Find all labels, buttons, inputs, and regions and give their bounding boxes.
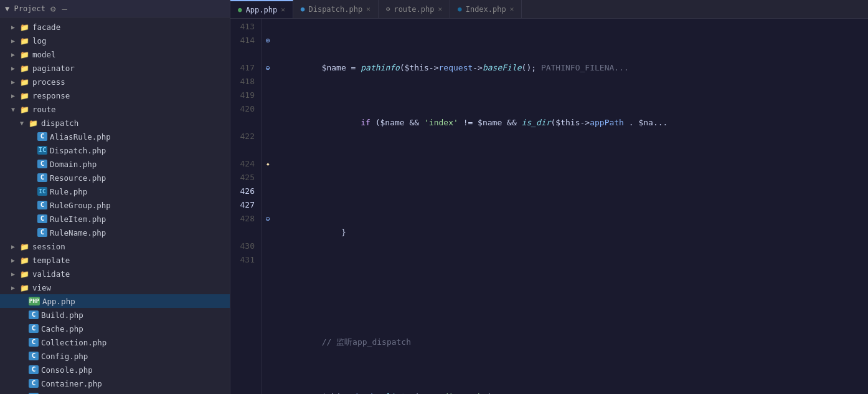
folder-icon bbox=[20, 256, 30, 264]
sidebar-collapse-icon[interactable]: — bbox=[60, 4, 68, 14]
file-icon-c: C bbox=[37, 160, 47, 168]
sidebar-item-resource[interactable]: ▶ C Resource.php bbox=[0, 171, 230, 185]
tab-close-icon[interactable]: ✕ bbox=[281, 6, 285, 14]
code-line-blank1 bbox=[280, 171, 868, 185]
code-line-419: // 监听app_dispatch bbox=[280, 335, 868, 349]
tab-close-icon[interactable]: ✕ bbox=[510, 5, 514, 13]
tab-close-icon[interactable]: ✕ bbox=[366, 5, 370, 13]
tab-route-php[interactable]: ⚙ route.php ✕ bbox=[379, 0, 450, 18]
sidebar-item-route[interactable]: ▼ route bbox=[0, 102, 230, 116]
sidebar-item-domain[interactable]: ▶ C Domain.php bbox=[0, 157, 230, 171]
folder-icon bbox=[20, 91, 30, 100]
tab-php-icon: ● bbox=[458, 5, 462, 13]
folder-icon bbox=[20, 283, 30, 292]
tab-php-icon: ● bbox=[301, 5, 305, 13]
file-icon-ic: IC bbox=[37, 146, 47, 155]
tab-label: Dispatch.php bbox=[308, 5, 362, 14]
folder-icon bbox=[20, 22, 30, 31]
code-line-420: $this->hook->listen('app_dispatch'); bbox=[280, 390, 868, 394]
folder-icon bbox=[20, 242, 30, 251]
tab-bar: ● App.php ✕ ● Dispatch.php ✕ ⚙ route.php… bbox=[230, 0, 868, 19]
sidebar: ▼ Project ⚙ — ▶ facade ▶ log ▶ model bbox=[0, 0, 230, 394]
sidebar-item-build[interactable]: ▶ C Build.php bbox=[0, 308, 230, 322]
sidebar-item-ruleitem[interactable]: ▶ C RuleItem.php bbox=[0, 212, 230, 226]
file-icon-c: C bbox=[29, 365, 39, 374]
file-icon-c: C bbox=[29, 324, 39, 333]
code-line-413: $name = pathinfo($this->request->baseFil… bbox=[280, 61, 868, 75]
sidebar-item-model[interactable]: ▶ model bbox=[0, 47, 230, 61]
code-area: 413 414 417 418 419 420 422 424 425 426 … bbox=[230, 19, 868, 394]
code-content[interactable]: $name = pathinfo($this->request->baseFil… bbox=[274, 19, 868, 394]
sidebar-item-aliasrule[interactable]: ▶ C AliasRule.php bbox=[0, 130, 230, 143]
file-icon-c: C bbox=[29, 338, 39, 347]
sidebar-item-collection[interactable]: ▶ C Collection.php bbox=[0, 335, 230, 349]
editor: ● App.php ✕ ● Dispatch.php ✕ ⚙ route.php… bbox=[230, 0, 868, 394]
file-icon-c: C bbox=[37, 173, 47, 182]
sidebar-item-dispatch-folder[interactable]: ▼ dispatch bbox=[0, 116, 230, 130]
sidebar-item-template[interactable]: ▶ template bbox=[0, 253, 230, 267]
sidebar-item-session[interactable]: ▶ session bbox=[0, 239, 230, 253]
tab-label: Index.php bbox=[466, 5, 506, 14]
tab-label: route.php bbox=[394, 5, 434, 14]
tab-label: App.php bbox=[246, 6, 278, 14]
sidebar-item-log[interactable]: ▶ log bbox=[0, 34, 230, 47]
folder-icon bbox=[20, 105, 30, 113]
tab-php-icon: ● bbox=[238, 6, 242, 14]
tab-dispatch-php[interactable]: ● Dispatch.php ✕ bbox=[293, 0, 379, 18]
file-icon-c: C bbox=[37, 201, 47, 209]
gutter: ⊕ ⊖ ⬥ ⊖ bbox=[262, 19, 274, 394]
sidebar-item-paginator[interactable]: ▶ paginator bbox=[0, 61, 230, 75]
sidebar-header: ▼ Project ⚙ — bbox=[0, 0, 230, 17]
folder-icon bbox=[29, 118, 39, 127]
tab-index-php[interactable]: ● Index.php ✕ bbox=[450, 0, 522, 18]
project-dropdown[interactable]: ▼ Project bbox=[5, 4, 45, 13]
file-icon-c: C bbox=[29, 352, 39, 360]
file-icon-ic: IC bbox=[37, 187, 47, 196]
sidebar-tree: ▶ facade ▶ log ▶ model ▶ paginator ▶ bbox=[0, 17, 230, 394]
sidebar-item-facade[interactable]: ▶ facade bbox=[0, 20, 230, 34]
file-icon-php: PHP bbox=[29, 297, 40, 305]
sidebar-item-app-php[interactable]: ▶ PHP App.php bbox=[0, 294, 230, 308]
file-icon-c: C bbox=[37, 132, 47, 141]
tab-close-icon[interactable]: ✕ bbox=[438, 5, 442, 13]
sidebar-settings-icon[interactable]: ⚙ bbox=[49, 4, 57, 14]
file-icon-c: C bbox=[29, 310, 39, 319]
tab-app-php[interactable]: ● App.php ✕ bbox=[230, 0, 293, 18]
folder-icon bbox=[20, 64, 30, 72]
sidebar-item-response[interactable]: ▶ response bbox=[0, 89, 230, 102]
folder-icon bbox=[20, 77, 30, 86]
file-icon-c: C bbox=[37, 228, 47, 237]
line-numbers: 413 414 417 418 419 420 422 424 425 426 … bbox=[230, 19, 262, 394]
sidebar-item-view[interactable]: ▶ view bbox=[0, 281, 230, 294]
file-icon-c: C bbox=[37, 214, 47, 223]
tab-route-icon: ⚙ bbox=[386, 5, 390, 13]
sidebar-item-config[interactable]: ▶ C Config.php bbox=[0, 349, 230, 363]
sidebar-item-rulegroup[interactable]: ▶ C RuleGroup.php bbox=[0, 198, 230, 212]
sidebar-item-cache[interactable]: ▶ C Cache.php bbox=[0, 322, 230, 335]
code-line-418 bbox=[280, 281, 868, 294]
sidebar-item-dispatch-file[interactable]: ▶ IC Dispatch.php bbox=[0, 143, 230, 157]
sidebar-item-rule[interactable]: ▶ IC Rule.php bbox=[0, 185, 230, 198]
sidebar-item-rulename[interactable]: ▶ C RuleName.php bbox=[0, 226, 230, 239]
folder-icon bbox=[20, 36, 30, 45]
sidebar-item-validate[interactable]: ▶ validate bbox=[0, 267, 230, 281]
sidebar-item-console[interactable]: ▶ C Console.php bbox=[0, 363, 230, 377]
sidebar-item-process[interactable]: ▶ process bbox=[0, 75, 230, 89]
file-icon-c: C bbox=[29, 379, 39, 388]
code-line-414: if ($name && 'index' != $name && is_dir(… bbox=[280, 116, 868, 130]
code-line-417: } bbox=[280, 226, 868, 239]
sidebar-item-controller[interactable]: ▶ C Controller.php bbox=[0, 390, 230, 394]
folder-icon bbox=[20, 269, 30, 278]
sidebar-item-container[interactable]: ▶ C Container.php bbox=[0, 377, 230, 390]
folder-icon bbox=[20, 50, 30, 59]
